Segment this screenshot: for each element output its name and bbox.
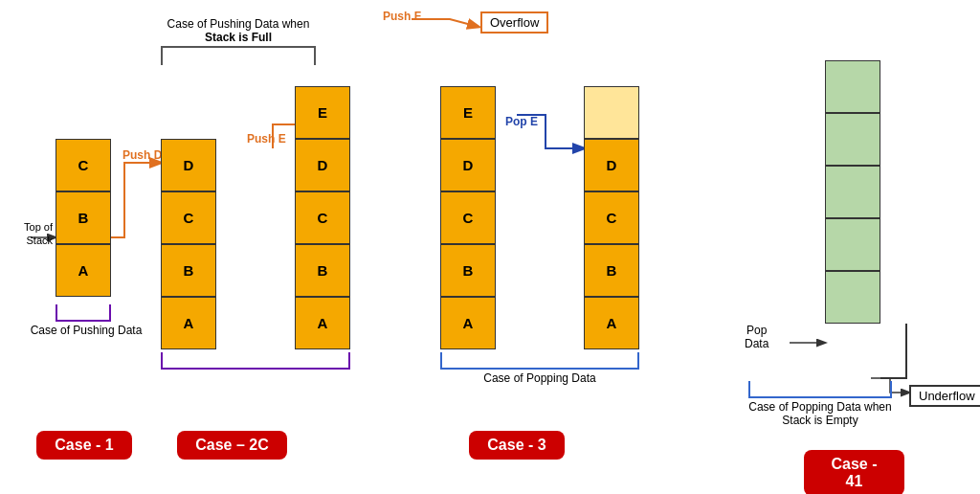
- top-of-stack-label: Top ofStack: [0, 220, 53, 248]
- cell-empty4-1: [825, 60, 880, 113]
- diagram-container: Top ofStack C B A Case of Pushing Data C…: [0, 0, 980, 494]
- cell-empty4-4: [825, 218, 880, 271]
- cell-b2a: B: [161, 244, 216, 297]
- cell-a2a: A: [161, 297, 216, 349]
- cell-d2b: D: [295, 139, 350, 191]
- case1-badge: Case - 1: [36, 431, 132, 460]
- cell-b3a: B: [440, 244, 496, 297]
- cell-c3a: C: [440, 191, 496, 244]
- underflow-bracket: [880, 324, 907, 379]
- cell-c2b: C: [295, 191, 350, 244]
- cell-e3a: E: [440, 86, 496, 139]
- cell-empty4-5: [825, 271, 880, 324]
- cell-a3a: A: [440, 297, 496, 349]
- brace-case1: [56, 304, 111, 322]
- stack-2b: E D C B A: [295, 86, 350, 349]
- case3-description: Case of Popping Data: [435, 371, 644, 385]
- stack-3a: E D C B A: [440, 86, 496, 349]
- cell-empty4-2: [825, 113, 880, 166]
- cell-b2b: B: [295, 244, 350, 297]
- push-d-label: Push D: [122, 148, 162, 162]
- stack-1a: C B A: [56, 139, 111, 297]
- cell-d3b: D: [584, 139, 639, 191]
- underflow-box: Underflow: [909, 385, 980, 407]
- brace-case3: [440, 352, 639, 370]
- stack-3b: D C B A: [584, 86, 639, 349]
- pop-e-label: Pop E: [505, 115, 538, 128]
- stack-2a: D C B A: [161, 139, 216, 349]
- cell-b1: B: [56, 191, 111, 244]
- case2c-badge: Case – 2C: [177, 431, 287, 460]
- cell-empty3b: [584, 86, 639, 139]
- cell-empty4-3: [825, 166, 880, 218]
- case3-badge: Case - 3: [469, 431, 565, 460]
- cell-c3b: C: [584, 191, 639, 244]
- push-e-label: Push E: [247, 132, 286, 146]
- push-f-label: Push F: [383, 10, 421, 23]
- case2c-title: Case of Pushing Data whenStack is Full: [161, 17, 316, 44]
- case1-description: Case of Pushing Data: [19, 324, 153, 337]
- cell-e2b: E: [295, 86, 350, 139]
- cell-c1: C: [56, 139, 111, 191]
- cell-a1: A: [56, 244, 111, 297]
- overflow-box: Overflow: [480, 11, 548, 34]
- stack-4a: [825, 60, 880, 324]
- cell-d2a: D: [161, 139, 216, 191]
- cell-a2b: A: [295, 297, 350, 349]
- brace-case41: [748, 381, 892, 398]
- cell-d3a: D: [440, 139, 496, 191]
- cell-b3b: B: [584, 244, 639, 297]
- cell-a3b: A: [584, 297, 639, 349]
- pop-data-label: PopData: [745, 324, 768, 350]
- brace-case2c: [161, 352, 350, 370]
- brace-case2c-top: [161, 46, 316, 65]
- case41-badge: Case - 41: [804, 450, 904, 494]
- case41-description: Case of Popping Data whenStack is Empty: [743, 400, 898, 427]
- cell-c2a: C: [161, 191, 216, 244]
